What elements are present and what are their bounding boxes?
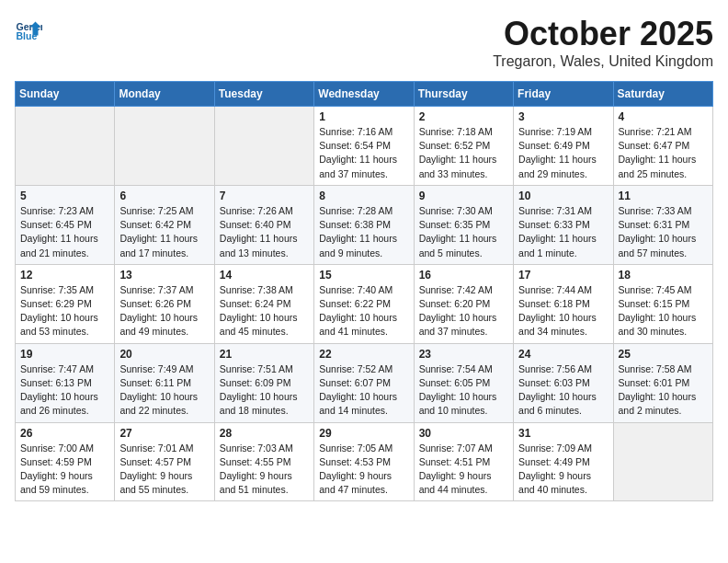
- day-cell: [16, 107, 115, 186]
- content-line: Daylight: 10 hours: [619, 391, 697, 402]
- content-line: Sunrise: 7:05 AM: [319, 442, 392, 454]
- day-number: 31: [518, 427, 608, 440]
- day-content: Sunrise: 7:56 AMSunset: 6:03 PMDaylight:…: [518, 362, 608, 419]
- content-line: and 26 minutes.: [20, 405, 89, 416]
- content-line: Sunset: 6:52 PM: [419, 140, 491, 151]
- content-line: and 45 minutes.: [220, 326, 289, 337]
- content-line: Sunset: 6:13 PM: [20, 377, 92, 388]
- day-cell: 25Sunrise: 7:58 AMSunset: 6:01 PMDayligh…: [613, 343, 712, 422]
- content-line: and 2 minutes.: [619, 405, 682, 416]
- day-cell: 9Sunrise: 7:30 AMSunset: 6:35 PMDaylight…: [414, 185, 513, 264]
- content-line: Sunset: 6:40 PM: [220, 219, 291, 230]
- content-line: Sunrise: 7:07 AM: [419, 442, 493, 454]
- content-line: Sunrise: 7:26 AM: [220, 205, 293, 216]
- day-number: 13: [119, 269, 209, 282]
- content-line: and 14 minutes.: [319, 405, 388, 416]
- day-content: Sunrise: 7:42 AMSunset: 6:20 PMDaylight:…: [419, 283, 508, 339]
- content-line: Daylight: 10 hours: [20, 312, 98, 323]
- content-line: Sunrise: 7:28 AM: [319, 205, 392, 216]
- content-line: and 40 minutes.: [518, 484, 587, 495]
- content-line: Sunset: 6:24 PM: [220, 298, 291, 309]
- content-line: Sunrise: 7:54 AM: [419, 363, 493, 374]
- content-line: Sunset: 4:53 PM: [319, 456, 391, 467]
- day-cell: 3Sunrise: 7:19 AMSunset: 6:49 PMDaylight…: [514, 107, 613, 186]
- day-content: Sunrise: 7:18 AMSunset: 6:52 PMDaylight:…: [419, 125, 508, 181]
- content-line: Daylight: 10 hours: [119, 391, 198, 402]
- content-line: Sunrise: 7:37 AM: [119, 284, 193, 295]
- content-line: Sunrise: 7:31 AM: [518, 205, 592, 216]
- content-line: Sunset: 6:20 PM: [419, 298, 491, 309]
- content-line: Sunrise: 7:40 AM: [319, 284, 392, 295]
- day-cell: [115, 107, 214, 186]
- day-cell: 22Sunrise: 7:52 AMSunset: 6:07 PMDayligh…: [314, 343, 414, 422]
- header-cell-wednesday: Wednesday: [314, 82, 414, 107]
- day-content: Sunrise: 7:00 AMSunset: 4:59 PMDaylight:…: [20, 442, 109, 498]
- day-cell: 26Sunrise: 7:00 AMSunset: 4:59 PMDayligh…: [16, 422, 115, 501]
- content-line: Daylight: 11 hours: [119, 233, 198, 244]
- content-line: and 30 minutes.: [619, 326, 688, 337]
- content-line: and 57 minutes.: [619, 247, 688, 259]
- content-line: Sunrise: 7:58 AM: [619, 363, 692, 374]
- content-line: Sunset: 6:22 PM: [319, 298, 391, 309]
- content-line: Sunset: 6:26 PM: [119, 298, 191, 309]
- location: Tregaron, Wales, United Kingdom: [493, 53, 713, 70]
- day-number: 18: [619, 269, 708, 282]
- content-line: Daylight: 9 hours: [20, 470, 93, 481]
- content-line: and 41 minutes.: [319, 326, 388, 337]
- day-content: Sunrise: 7:28 AMSunset: 6:38 PMDaylight:…: [319, 204, 408, 260]
- content-line: and 33 minutes.: [419, 168, 488, 179]
- day-number: 28: [220, 427, 309, 440]
- content-line: and 44 minutes.: [419, 484, 488, 495]
- title-area: October 2025 Tregaron, Wales, United Kin…: [493, 15, 713, 70]
- content-line: Daylight: 10 hours: [319, 312, 397, 323]
- week-row-4: 19Sunrise: 7:47 AMSunset: 6:13 PMDayligh…: [16, 343, 713, 422]
- content-line: Daylight: 10 hours: [119, 312, 198, 323]
- content-line: Sunset: 4:49 PM: [518, 456, 590, 467]
- week-row-5: 26Sunrise: 7:00 AMSunset: 4:59 PMDayligh…: [16, 422, 713, 501]
- content-line: Sunset: 6:35 PM: [419, 219, 491, 230]
- day-cell: 11Sunrise: 7:33 AMSunset: 6:31 PMDayligh…: [613, 185, 712, 264]
- day-number: 15: [319, 269, 408, 282]
- header-cell-sunday: Sunday: [16, 82, 115, 107]
- content-line: Daylight: 11 hours: [419, 154, 497, 165]
- content-line: and 34 minutes.: [518, 326, 587, 337]
- content-line: Daylight: 9 hours: [518, 470, 591, 481]
- content-line: Sunrise: 7:42 AM: [419, 284, 493, 295]
- day-cell: 5Sunrise: 7:23 AMSunset: 6:45 PMDaylight…: [16, 185, 115, 264]
- day-cell: 18Sunrise: 7:45 AMSunset: 6:15 PMDayligh…: [613, 264, 712, 343]
- content-line: Sunrise: 7:16 AM: [319, 126, 392, 137]
- week-row-1: 1Sunrise: 7:16 AMSunset: 6:54 PMDaylight…: [16, 107, 713, 186]
- content-line: Sunrise: 7:52 AM: [319, 363, 392, 374]
- day-number: 3: [518, 110, 608, 123]
- day-number: 11: [619, 190, 708, 202]
- day-number: 23: [419, 348, 508, 361]
- day-cell: 17Sunrise: 7:44 AMSunset: 6:18 PMDayligh…: [514, 264, 613, 343]
- day-cell: 6Sunrise: 7:25 AMSunset: 6:42 PMDaylight…: [115, 185, 214, 264]
- content-line: Sunrise: 7:25 AM: [119, 205, 193, 216]
- day-cell: 19Sunrise: 7:47 AMSunset: 6:13 PMDayligh…: [16, 343, 115, 422]
- header: General Blue October 2025 Tregaron, Wale…: [15, 15, 713, 70]
- day-number: 12: [20, 269, 109, 282]
- content-line: Daylight: 10 hours: [518, 312, 597, 323]
- content-line: Sunrise: 7:49 AM: [119, 363, 193, 374]
- content-line: and 18 minutes.: [220, 405, 289, 416]
- content-line: and 21 minutes.: [20, 247, 89, 259]
- content-line: Daylight: 11 hours: [619, 154, 697, 165]
- content-line: Sunrise: 7:30 AM: [419, 205, 493, 216]
- day-cell: 16Sunrise: 7:42 AMSunset: 6:20 PMDayligh…: [414, 264, 513, 343]
- week-row-3: 12Sunrise: 7:35 AMSunset: 6:29 PMDayligh…: [16, 264, 713, 343]
- content-line: Sunrise: 7:23 AM: [20, 205, 94, 216]
- day-number: 1: [319, 110, 408, 123]
- day-cell: 12Sunrise: 7:35 AMSunset: 6:29 PMDayligh…: [16, 264, 115, 343]
- content-line: Sunrise: 7:56 AM: [518, 363, 592, 374]
- day-content: Sunrise: 7:05 AMSunset: 4:53 PMDaylight:…: [319, 442, 408, 498]
- content-line: and 22 minutes.: [119, 405, 188, 416]
- day-number: 14: [220, 269, 309, 282]
- content-line: Daylight: 11 hours: [319, 154, 397, 165]
- content-line: Sunset: 4:57 PM: [119, 456, 191, 467]
- content-line: Daylight: 11 hours: [20, 233, 98, 244]
- day-cell: 27Sunrise: 7:01 AMSunset: 4:57 PMDayligh…: [115, 422, 214, 501]
- day-content: Sunrise: 7:49 AMSunset: 6:11 PMDaylight:…: [119, 362, 209, 419]
- content-line: Sunset: 6:31 PM: [619, 219, 690, 230]
- day-number: 7: [220, 190, 309, 202]
